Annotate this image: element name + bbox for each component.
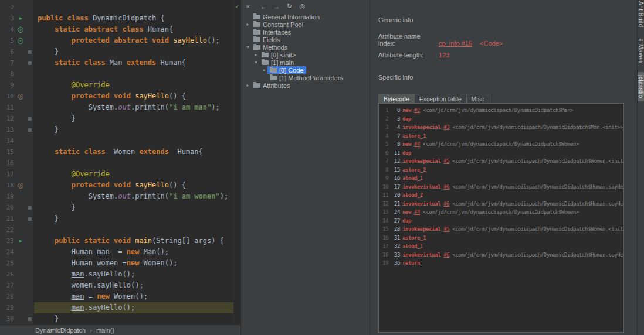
- code-line-4[interactable]: 4∨ static abstract class Human{: [0, 24, 234, 35]
- code-line-15[interactable]: 15 static class Women extends Human{: [0, 146, 234, 158]
- bytecode-mnemonic[interactable]: invokevirtual: [402, 201, 440, 207]
- constant-pool-link[interactable]: #5: [443, 226, 449, 232]
- bytecode-line-5[interactable]: 58new#4<com/jd/crm/jvm/dynamicdispach/Dy…: [382, 140, 623, 149]
- tree-item-content[interactable]: Fields: [251, 36, 282, 43]
- tree-item-1-methodparameters[interactable]: [1] MethodParameters: [241, 74, 370, 81]
- tab-misc[interactable]: Misc: [466, 94, 490, 103]
- code-line-5[interactable]: 5∨ protected abstract void sayHello();: [0, 35, 234, 46]
- bytecode-line-13[interactable]: 1324new#4<com/jd/crm/jvm/dynamicdispach/…: [382, 208, 623, 217]
- refresh-icon[interactable]: ↻: [286, 2, 293, 10]
- code-line-22[interactable]: 22: [0, 224, 234, 235]
- run-gutter-icon[interactable]: ▶: [19, 235, 22, 247]
- tree-item-content[interactable]: [1] MethodParameters: [267, 74, 345, 81]
- constant-pool-link[interactable]: #2: [414, 107, 420, 113]
- bytecode-line-16[interactable]: 1631astore_1: [382, 234, 623, 242]
- breadcrumb-class[interactable]: DynamicDidpatch: [35, 327, 86, 334]
- code-line-6[interactable]: 6 }: [0, 46, 234, 57]
- code-line-20[interactable]: 20 }: [0, 202, 234, 213]
- constant-pool-link[interactable]: #3: [443, 124, 449, 130]
- locate-icon[interactable]: ◎: [299, 2, 306, 10]
- breadcrumb-method[interactable]: main(): [96, 327, 114, 334]
- tree-item-attributes[interactable]: ▸Attributes: [241, 81, 370, 89]
- bytecode-mnemonic[interactable]: invokevirtual: [402, 252, 440, 258]
- bytecode-mnemonic[interactable]: invokevirtual: [402, 184, 440, 190]
- code-line-12[interactable]: 12 }: [0, 113, 234, 124]
- code-line-13[interactable]: 13 }: [0, 124, 234, 135]
- tree-item-1-main[interactable]: ▾[1] main: [241, 59, 370, 66]
- fold-marker[interactable]: [28, 217, 32, 221]
- editor-scrollbar[interactable]: ✓: [233, 0, 240, 325]
- forward-icon[interactable]: →: [273, 3, 280, 10]
- tree-item-content[interactable]: [0] <init>: [259, 51, 298, 59]
- fold-marker[interactable]: [28, 61, 32, 65]
- bytecode-mnemonic[interactable]: return: [402, 260, 420, 266]
- fold-marker[interactable]: [28, 50, 32, 54]
- code-line-21[interactable]: 21 }: [0, 213, 234, 224]
- bytecode-line-3[interactable]: 34invokespecial#3<com/jd/crm/jvm/dynamic…: [382, 123, 623, 132]
- constant-pool-link[interactable]: #6: [443, 201, 449, 207]
- bytecode-mnemonic[interactable]: invokespecial: [402, 124, 440, 130]
- code-line-24[interactable]: 24 Human man = new Man();: [0, 247, 234, 258]
- bytecode-line-1[interactable]: 10new#2<com/jd/crm/jvm/dynamicdispach/Dy…: [382, 106, 623, 115]
- bytecode-mnemonic[interactable]: dup: [402, 116, 411, 122]
- tree-item-methods[interactable]: ▾Methods: [241, 43, 370, 51]
- chevron-closed-icon[interactable]: ▸: [245, 22, 251, 27]
- bytecode-line-8[interactable]: 815astore_2: [382, 166, 623, 175]
- code-line-27[interactable]: 27 women.sayHello();: [0, 280, 234, 291]
- tree-item-content[interactable]: General Information: [251, 13, 322, 20]
- bytecode-mnemonic[interactable]: aload_1: [402, 243, 423, 249]
- code-editor[interactable]: 23▶public class DynamicDidpatch {4∨ stat…: [0, 0, 234, 325]
- constant-pool-link[interactable]: #4: [414, 209, 420, 215]
- bytecode-mnemonic[interactable]: new: [402, 107, 411, 113]
- bytecode-mnemonic[interactable]: invokespecial: [402, 158, 440, 164]
- cp-info-link[interactable]: cp_info #16: [439, 40, 472, 47]
- code-line-19[interactable]: 19 System.out.println("i am women");: [0, 191, 234, 202]
- tree-item-interfaces[interactable]: Interfaces: [241, 28, 370, 36]
- constant-pool-link[interactable]: #6: [443, 184, 449, 190]
- constant-pool-link[interactable]: #5: [443, 158, 449, 164]
- tree-item-content[interactable]: Methods: [251, 43, 290, 51]
- code-line-26[interactable]: 26 man.sayHello();: [0, 269, 234, 280]
- tab-bytecode[interactable]: Bytecode: [378, 94, 415, 103]
- bytecode-line-14[interactable]: 1427dup: [382, 217, 623, 225]
- bytecode-line-11[interactable]: 1120aload_2: [382, 191, 623, 200]
- bytecode-line-6[interactable]: 611dup: [382, 149, 623, 158]
- code-line-23[interactable]: 23▶ public static void main(String[] arg…: [0, 235, 234, 247]
- code-line-9[interactable]: 9 @Override: [0, 80, 234, 91]
- bytecode-mnemonic[interactable]: astore_1: [402, 235, 426, 241]
- tool-button-ant-build[interactable]: Ant Build: [638, 1, 644, 28]
- bytecode-line-18[interactable]: 1833invokevirtual#6<com/jd/crm/jvm/dynam…: [382, 251, 623, 259]
- tree-item-content[interactable]: Constant Pool: [251, 20, 306, 28]
- bytecode-line-10[interactable]: 1017invokevirtual#6<com/jd/crm/jvm/dynam…: [382, 183, 623, 192]
- bytecode-line-19[interactable]: 1936return: [382, 259, 623, 268]
- bytecode-mnemonic[interactable]: aload_2: [402, 192, 423, 198]
- close-icon[interactable]: ×: [244, 3, 252, 10]
- bytecode-mnemonic[interactable]: dup: [402, 150, 411, 156]
- bytecode-mnemonic[interactable]: new: [402, 209, 411, 215]
- chevron-open-icon[interactable]: ▾: [253, 60, 259, 65]
- code-line-14[interactable]: 14: [0, 135, 234, 146]
- bytecode-line-12[interactable]: 1221invokevirtual#6<com/jd/crm/jvm/dynam…: [382, 200, 623, 208]
- code-line-17[interactable]: 17 @Override: [0, 169, 234, 180]
- tree-item-content[interactable]: Attributes: [251, 81, 292, 89]
- bytecode-mnemonic[interactable]: new: [402, 141, 411, 147]
- bytecode-line-17[interactable]: 1732aload_1: [382, 242, 623, 251]
- bytecode-line-4[interactable]: 47astore_1: [382, 132, 623, 141]
- override-gutter-icon[interactable]: ∧: [18, 183, 23, 189]
- code-line-10[interactable]: 10∧ protected void sayHello() {: [0, 91, 234, 102]
- constant-pool-link[interactable]: #6: [443, 252, 449, 258]
- code-line-8[interactable]: 8: [0, 69, 234, 80]
- tree-item-content[interactable]: Interfaces: [251, 28, 293, 36]
- bytecode-mnemonic[interactable]: astore_2: [402, 167, 426, 173]
- bytecode-view[interactable]: 10new#2<com/jd/crm/jvm/dynamicdispach/Dy…: [378, 103, 624, 333]
- tree-item-0-init[interactable]: ▸[0] <init>: [241, 51, 370, 59]
- constant-pool-link[interactable]: #4: [414, 141, 420, 147]
- bytecode-mnemonic[interactable]: astore_1: [402, 133, 426, 139]
- tab-exception-table[interactable]: Exception table: [414, 94, 467, 103]
- bytecode-line-9[interactable]: 916aload_1: [382, 174, 623, 183]
- bytecode-line-15[interactable]: 1528invokespecial#5<com/jd/crm/jvm/dynam…: [382, 225, 623, 234]
- impl-gutter-icon[interactable]: ∨: [18, 38, 23, 44]
- code-line-25[interactable]: 25 Human women =new Women();: [0, 258, 234, 269]
- code-line-18[interactable]: 18∧ protected void sayHello() {: [0, 180, 234, 191]
- chevron-open-icon[interactable]: ▾: [245, 45, 251, 50]
